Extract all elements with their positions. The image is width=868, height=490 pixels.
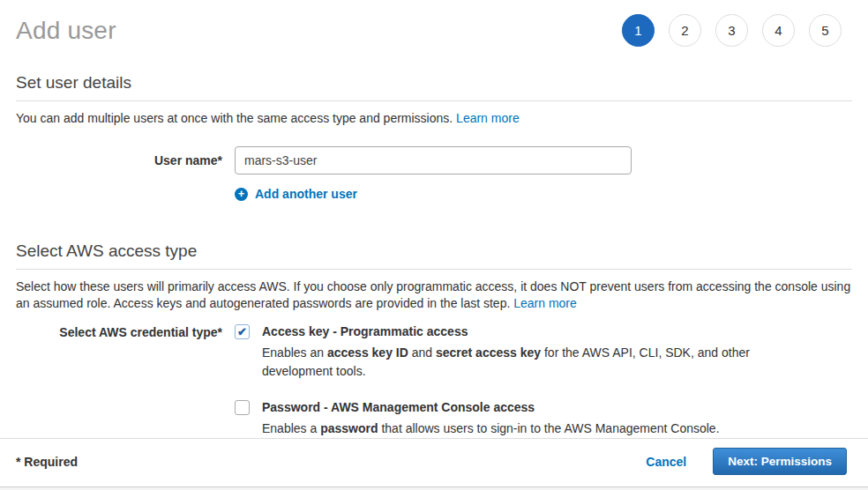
add-user-page: Add user 1 2 3 4 5 Set user details You … — [0, 0, 868, 490]
wizard-step-5: 5 — [809, 14, 842, 47]
learn-more-link-user-details[interactable]: Learn more — [456, 111, 520, 125]
wizard-step-2: 2 — [669, 14, 701, 47]
option-access-key: ✔ Access key - Programmatic access Enabl… — [235, 324, 756, 381]
desc-text: that allows users to sign-in to the AWS … — [378, 421, 720, 435]
user-details-intro: You can add multiple users at once with … — [16, 110, 852, 127]
section-divider — [16, 269, 852, 270]
bottom-strip — [0, 486, 868, 490]
footer-actions: Cancel Next: Permissions — [646, 448, 847, 475]
wizard-footer: * Required Cancel Next: Permissions — [0, 438, 868, 486]
username-field-wrap: + Add another user — [235, 146, 632, 201]
set-user-details-section: Set user details You can add multiple us… — [16, 73, 852, 201]
wizard-steps: 1 2 3 4 5 — [622, 14, 852, 47]
add-another-user-button[interactable]: + Add another user — [235, 187, 632, 201]
desc-text: Enables a — [262, 421, 320, 435]
plus-circle-icon: + — [235, 188, 248, 201]
desc-bold: access key ID — [327, 345, 408, 360]
desc-bold: password — [320, 421, 378, 435]
select-access-type-section: Select AWS access type Select how these … — [16, 241, 852, 438]
access-type-intro: Select how these users will primarily ac… — [16, 278, 852, 312]
section-heading-user-details: Set user details — [16, 73, 852, 93]
password-checkbox[interactable] — [235, 400, 250, 415]
username-row: User name* + Add another user — [16, 146, 852, 201]
required-note: * Required — [16, 455, 78, 469]
access-type-intro-text: Select how these users will primarily ac… — [16, 279, 850, 310]
password-body: Password - AWS Management Console access… — [262, 400, 720, 438]
credential-type-label: Select AWS credential type* — [16, 324, 222, 438]
password-description: Enables a password that allows users to … — [262, 419, 720, 438]
username-input[interactable] — [235, 146, 632, 174]
wizard-step-3: 3 — [715, 14, 748, 47]
wizard-step-4: 4 — [762, 14, 795, 47]
username-label: User name* — [16, 146, 222, 201]
access-key-description: Enables an access key ID and secret acce… — [262, 344, 756, 381]
access-key-checkbox[interactable]: ✔ — [235, 324, 250, 339]
next-permissions-button[interactable]: Next: Permissions — [713, 448, 847, 475]
cancel-button[interactable]: Cancel — [646, 455, 686, 469]
desc-bold: secret access key — [436, 345, 541, 360]
section-heading-access-type: Select AWS access type — [16, 241, 852, 261]
add-another-user-label: Add another user — [255, 187, 357, 201]
desc-text: and — [408, 345, 436, 360]
password-title: Password - AWS Management Console access — [262, 400, 720, 414]
option-password: Password - AWS Management Console access… — [235, 400, 756, 438]
access-key-body: Access key - Programmatic access Enables… — [262, 324, 756, 381]
desc-text: Enables an — [262, 345, 327, 360]
access-key-title: Access key - Programmatic access — [262, 324, 756, 338]
page-title: Add user — [16, 17, 116, 45]
credential-options: ✔ Access key - Programmatic access Enabl… — [235, 324, 756, 438]
page-header: Add user 1 2 3 4 5 — [16, 0, 852, 47]
learn-more-link-access-type[interactable]: Learn more — [513, 296, 577, 310]
credential-type-row: Select AWS credential type* ✔ Access key… — [16, 324, 852, 438]
section-divider — [16, 100, 852, 101]
wizard-step-1: 1 — [622, 14, 655, 47]
user-details-intro-text: You can add multiple users at once with … — [16, 111, 453, 125]
